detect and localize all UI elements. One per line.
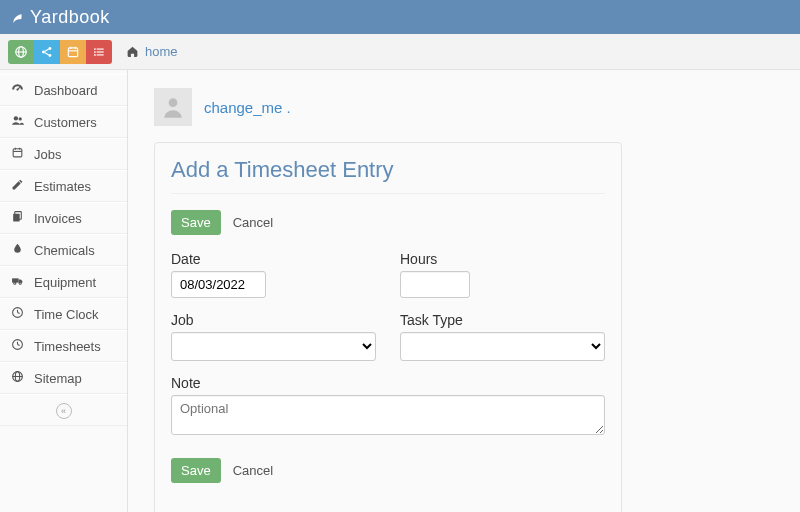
sidebar-item-label: Chemicals [34,243,95,258]
card-title: Add a Timesheet Entry [171,157,605,194]
copy-icon [10,210,24,226]
drop-icon [10,242,24,258]
main-content: change_me . Add a Timesheet Entry Save C… [128,70,648,512]
brand[interactable]: Yardbook [10,7,110,28]
sidebar-item-label: Equipment [34,275,96,290]
globe-icon [10,370,24,386]
save-button-bottom[interactable]: Save [171,458,221,483]
field-note: Note [171,375,605,438]
sidebar-item-customers[interactable]: Customers [0,106,127,138]
tach-icon [10,82,24,98]
label-note: Note [171,375,605,391]
sidebar-item-invoices[interactable]: Invoices [0,202,127,234]
sidebar-item-label: Jobs [34,147,61,162]
field-job: Job [171,312,376,361]
sidebar-item-label: Customers [34,115,97,130]
sidebar-item-label: Estimates [34,179,91,194]
sidebar-item-equipment[interactable]: Equipment [0,266,127,298]
sidebar-item-sitemap[interactable]: Sitemap [0,362,127,394]
toolbar-list-button[interactable] [86,40,112,64]
toolbar-share-button[interactable] [34,40,60,64]
share-icon [40,45,54,59]
cancel-link[interactable]: Cancel [233,215,273,230]
truck-icon [10,274,24,290]
chevron-left-icon: « [56,403,72,419]
brand-text: Yardbook [30,7,110,28]
save-button[interactable]: Save [171,210,221,235]
cal-icon [10,146,24,162]
user-icon [160,94,186,120]
job-select[interactable] [171,332,376,361]
sidebar-item-estimates[interactable]: Estimates [0,170,127,202]
toolbar-calendar-button[interactable] [60,40,86,64]
toolbar-globe-button[interactable] [8,40,34,64]
breadcrumb-text: home [145,44,178,59]
sidebar-item-label: Timesheets [34,339,101,354]
sidebar-item-dashboard[interactable]: Dashboard [0,74,127,106]
pencil-icon [10,178,24,194]
globe-icon [14,45,28,59]
action-row-top: Save Cancel [171,210,605,235]
label-date: Date [171,251,376,267]
breadcrumb[interactable]: home [126,44,178,59]
sidebar-item-time-clock[interactable]: Time Clock [0,298,127,330]
date-input[interactable] [171,271,266,298]
sidebar-item-label: Time Clock [34,307,99,322]
label-job: Job [171,312,376,328]
field-date: Date [171,251,376,298]
sidebar-item-label: Invoices [34,211,82,226]
sidebar-item-chemicals[interactable]: Chemicals [0,234,127,266]
sidebar: DashboardCustomersJobsEstimatesInvoicesC… [0,70,128,512]
field-hours: Hours [400,251,605,298]
task-select[interactable] [400,332,605,361]
user-link[interactable]: change_me . [204,99,291,116]
label-hours: Hours [400,251,605,267]
action-row-bottom: Save Cancel [171,458,605,483]
toolbar: home [0,34,800,70]
sidebar-item-jobs[interactable]: Jobs [0,138,127,170]
cancel-link-bottom[interactable]: Cancel [233,463,273,478]
label-task: Task Type [400,312,605,328]
app-header: Yardbook [0,0,800,34]
sidebar-item-label: Sitemap [34,371,82,386]
sidebar-item-label: Dashboard [34,83,98,98]
home-icon [126,45,139,58]
timesheet-card: Add a Timesheet Entry Save Cancel Date H… [154,142,622,512]
calendar-icon [66,45,80,59]
sidebar-item-timesheets[interactable]: Timesheets [0,330,127,362]
note-textarea[interactable] [171,395,605,435]
users-icon [10,114,24,130]
field-task: Task Type [400,312,605,361]
avatar [154,88,192,126]
user-row: change_me . [154,88,622,126]
toolbar-button-group [8,40,112,64]
sidebar-collapse[interactable]: « [0,394,127,426]
clock-icon [10,306,24,322]
leaf-icon [10,9,26,25]
list-icon [92,45,106,59]
clock-icon [10,338,24,354]
hours-input[interactable] [400,271,470,298]
